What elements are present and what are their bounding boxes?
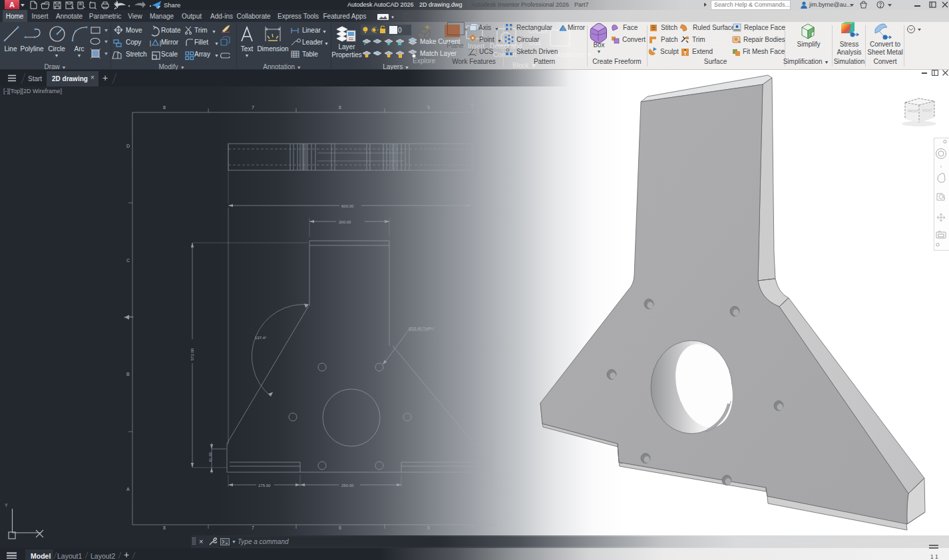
svg-text:RIGHT: RIGHT [922, 109, 932, 112]
svg-text:FRONT: FRONT [908, 110, 919, 113]
